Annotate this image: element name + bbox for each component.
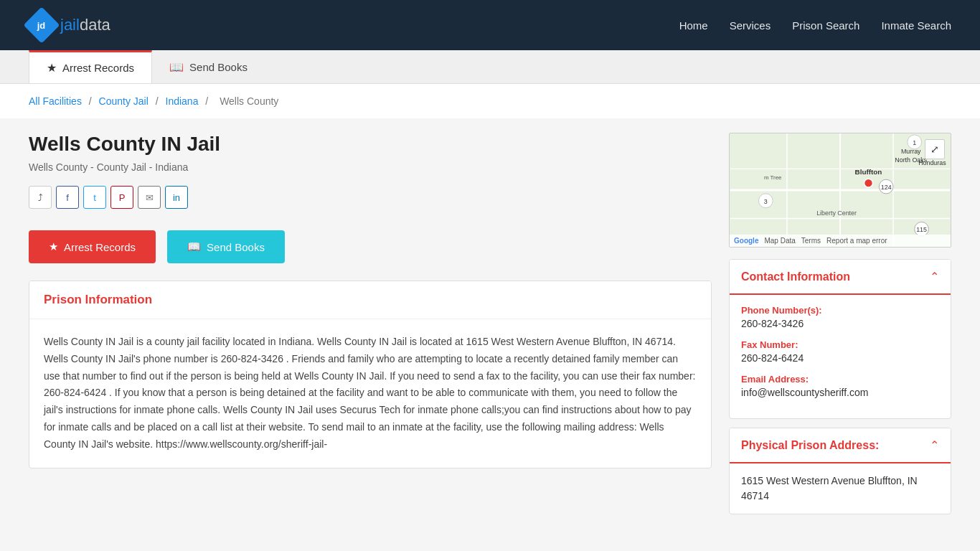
send-books-button[interactable]: 📖 Send Books	[167, 230, 285, 263]
book-icon-btn: 📖	[187, 240, 201, 253]
map-expand-button[interactable]: ⤢	[925, 139, 945, 159]
prison-info-body: Wells County IN Jail is a county jail fa…	[29, 319, 711, 468]
share-icon[interactable]: ⤴	[29, 186, 52, 209]
logo-diamond-icon: jd	[24, 7, 60, 44]
svg-text:1: 1	[913, 139, 916, 146]
svg-text:124: 124	[881, 184, 892, 191]
main-nav: Home Services Prison Search Inmate Searc…	[679, 19, 951, 32]
phone-label: Phone Number(s):	[741, 305, 939, 316]
prison-info-text: Wells County IN Jail is a county jail fa…	[44, 334, 697, 453]
phone-value: 260-824-3426	[741, 318, 939, 329]
page-title: Wells County IN Jail	[29, 133, 712, 156]
contact-info-title: Contact Information	[741, 270, 850, 283]
map-data-text[interactable]: Map Data	[764, 237, 795, 245]
google-logo: Google	[734, 237, 758, 245]
tab-arrest-records[interactable]: ★ Arrest Records	[29, 50, 152, 83]
map-footer: Google Map Data Terms Report a map error	[730, 235, 951, 247]
email-icon[interactable]: ✉	[138, 186, 161, 209]
contact-info-body: Phone Number(s): 260-824-3426 Fax Number…	[730, 295, 951, 418]
map-report[interactable]: Report a map error	[826, 237, 887, 245]
prison-info-card: Prison Information Wells County IN Jail …	[29, 281, 712, 468]
nav-home[interactable]: Home	[679, 19, 708, 32]
breadcrumb-separator-3: /	[205, 95, 208, 107]
star-icon-btn: ★	[49, 240, 58, 253]
main-layout: Wells County IN Jail Wells County - Coun…	[0, 118, 980, 529]
physical-address-card: Physical Prison Address: ⌃ 1615 West Wes…	[729, 428, 951, 514]
svg-text:Bluffton: Bluffton	[855, 168, 882, 176]
page-subtitle: Wells County - County Jail - Indiana	[29, 161, 712, 173]
map-container: 1 3 124 115 Murray North Oaks Bluffton H…	[729, 133, 951, 248]
svg-point-21	[864, 179, 873, 187]
nav-inmate-search[interactable]: Inmate Search	[881, 19, 951, 32]
facebook-icon[interactable]: f	[56, 186, 79, 209]
breadcrumb-all-facilities[interactable]: All Facilities	[29, 95, 82, 107]
contact-info-card: Contact Information ⌃ Phone Number(s): 2…	[729, 259, 951, 419]
breadcrumb-separator-1: /	[89, 95, 92, 107]
arrest-records-button[interactable]: ★ Arrest Records	[29, 230, 156, 263]
social-icons: ⤴ f t P ✉ in	[29, 186, 712, 209]
email-value: info@wellscountysheriff.com	[741, 387, 939, 398]
twitter-icon[interactable]: t	[83, 186, 106, 209]
physical-address-header[interactable]: Physical Prison Address: ⌃	[730, 428, 951, 463]
physical-address-title: Physical Prison Address:	[741, 439, 879, 452]
map-image: 1 3 124 115 Murray North Oaks Bluffton H…	[730, 133, 951, 247]
chevron-up-icon: ⌃	[930, 270, 939, 283]
star-icon: ★	[47, 61, 57, 75]
chevron-up-icon-2: ⌃	[930, 438, 939, 452]
svg-text:Murray: Murray	[901, 148, 921, 155]
svg-text:115: 115	[916, 226, 927, 233]
email-label: Email Address:	[741, 374, 939, 385]
breadcrumb: All Facilities / County Jail / Indiana /…	[0, 84, 980, 118]
address-text: 1615 West Western Avenue Bluffton, IN 46…	[741, 474, 939, 504]
breadcrumb-indiana[interactable]: Indiana	[166, 95, 199, 107]
content-left: Wells County IN Jail Wells County - Coun…	[29, 133, 712, 514]
svg-text:m Tree: m Tree	[764, 174, 782, 181]
prison-info-title: Prison Information	[44, 293, 152, 306]
nav-services[interactable]: Services	[730, 19, 771, 32]
svg-text:Liberty Center: Liberty Center	[816, 209, 857, 217]
fax-value: 260-824-6424	[741, 352, 939, 364]
map-terms[interactable]: Terms	[801, 237, 821, 245]
pinterest-icon[interactable]: P	[110, 186, 133, 209]
fax-label: Fax Number:	[741, 339, 939, 350]
breadcrumb-separator-2: /	[156, 95, 159, 107]
tab-bar: ★ Arrest Records 📖 Send Books	[0, 50, 980, 84]
sidebar: 1 3 124 115 Murray North Oaks Bluffton H…	[729, 133, 951, 514]
physical-address-body: 1615 West Western Avenue Bluffton, IN 46…	[730, 463, 951, 514]
breadcrumb-county-jail[interactable]: County Jail	[99, 95, 149, 107]
svg-text:3: 3	[764, 198, 768, 205]
prison-info-header: Prison Information	[29, 281, 711, 319]
action-buttons: ★ Arrest Records 📖 Send Books	[29, 230, 712, 263]
site-header: jd jaildata Home Services Prison Search …	[0, 0, 980, 50]
tab-send-books[interactable]: 📖 Send Books	[152, 50, 265, 83]
logo-text: jaildata	[60, 16, 110, 34]
site-logo[interactable]: jd jaildata	[29, 12, 110, 38]
breadcrumb-current: Wells County	[220, 95, 278, 107]
nav-prison-search[interactable]: Prison Search	[792, 19, 859, 32]
contact-info-header[interactable]: Contact Information ⌃	[730, 260, 951, 295]
book-icon: 📖	[169, 60, 184, 74]
svg-text:Honduras: Honduras	[918, 159, 946, 166]
linkedin-icon[interactable]: in	[165, 186, 188, 209]
